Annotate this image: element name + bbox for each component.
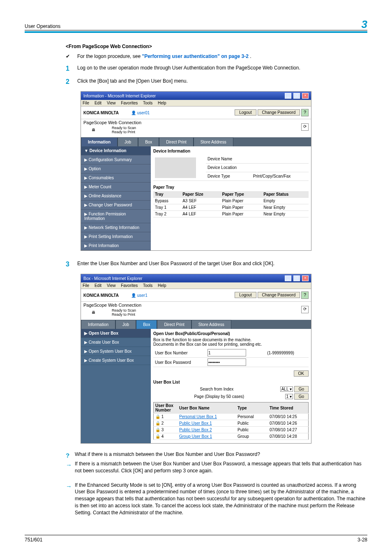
sidebar-config-summary[interactable]: ▶ Configuration Summary [81, 155, 151, 164]
sidebar-label: Consumables [89, 176, 114, 180]
tab-box[interactable]: Box [136, 320, 157, 329]
device-type-value: Print/Copy/Scan/Fax [251, 172, 309, 180]
sidebar-option[interactable]: ▶ Option [81, 164, 151, 173]
tab-direct-print[interactable]: Direct Print [157, 320, 191, 329]
menu-file[interactable]: File [83, 101, 89, 105]
menu-help[interactable]: Help [158, 101, 166, 105]
maximize-icon[interactable]: □ [293, 93, 300, 99]
cell: 07/08/10 14:27 [268, 427, 309, 433]
menu-file[interactable]: File [83, 283, 89, 288]
menu-favorites[interactable]: Favorites [121, 101, 138, 105]
user-box-number-label: User Box Number [153, 348, 206, 358]
user-box-link[interactable]: Public User Box 2 [179, 428, 212, 432]
go-button[interactable]: Go [294, 393, 309, 400]
logout-button[interactable]: Logout [235, 292, 256, 298]
cell: 07/08/10 14:28 [268, 433, 309, 440]
menu-edit[interactable]: Edit [95, 101, 101, 105]
auth-link[interactable]: "Performing user authentication" on page… [142, 53, 248, 59]
refresh-icon[interactable]: ⟳ [301, 306, 309, 313]
table-row: 🔒 2 Public User Box 1 Public 07/08/10 14… [154, 420, 309, 427]
user-box-password-label: User Box Password [153, 358, 206, 367]
check-mark: ✔ [66, 53, 77, 59]
cell: Plain Paper [221, 211, 262, 217]
sidebar-open-system-user-box[interactable]: ▶ Open System User Box [81, 347, 151, 356]
cell: Public [236, 420, 268, 427]
box-num: 1 [161, 414, 164, 419]
ok-button[interactable]: OK [294, 370, 309, 377]
product-name: PageScope Web Connection [83, 120, 141, 125]
browser-menubar: File Edit View Favorites Tools Help [81, 100, 311, 106]
check-text-a: For the logon procedure, see [77, 53, 142, 59]
sidebar-network-setting[interactable]: ▶ Network Setting Information [81, 223, 151, 232]
chapter-number: 3 [362, 18, 367, 31]
change-password-button[interactable]: Change Password [258, 292, 300, 298]
close-icon[interactable]: × [302, 93, 309, 99]
brand-logo: KONICA MINOLTA [83, 293, 119, 298]
user-box-link[interactable]: Group User Box 1 [179, 434, 212, 439]
user-box-link[interactable]: Public User Box 1 [179, 421, 212, 426]
cell: A4 LEF [181, 204, 220, 211]
change-password-button[interactable]: Change Password [258, 109, 300, 116]
minimize-icon[interactable]: _ [285, 93, 291, 99]
cell: Near Empty [262, 204, 309, 211]
tab-store-address[interactable]: Store Address [194, 137, 233, 146]
box-desc-1: Box is the function to save documents in… [153, 338, 309, 342]
table-row: 🔒 4 Group User Box 1 Group 07/08/10 14:2… [154, 433, 309, 440]
th-type: Paper Type [221, 191, 262, 198]
section-paper-tray: Paper Tray [153, 185, 309, 190]
tab-direct-print[interactable]: Direct Print [159, 137, 193, 146]
step-2-text: Click the [Box] tab and the [Open User B… [77, 78, 188, 86]
sidebar-change-user-password[interactable]: ▶ Change User Password [81, 201, 151, 210]
step-1-number: 1 [66, 65, 77, 72]
window-title: Box - Microsoft Internet Explorer [83, 276, 142, 281]
printer-icon: 🖶 [92, 310, 95, 314]
menu-help[interactable]: Help [158, 283, 166, 288]
sidebar-create-user-box[interactable]: ▶ Create User Box [81, 338, 151, 347]
search-index-select[interactable]: ALL ▾ [280, 386, 293, 392]
logout-button[interactable]: Logout [235, 109, 256, 116]
menu-edit[interactable]: Edit [95, 283, 101, 288]
help-icon[interactable]: ? [301, 291, 309, 299]
sidebar-label: Online Assistance [89, 194, 122, 198]
logged-user: 👤 user01 [131, 111, 150, 115]
menu-view[interactable]: View [107, 101, 116, 105]
sidebar-consumables[interactable]: ▶ Consumables [81, 173, 151, 183]
user-box-list-heading: User Box List [153, 380, 309, 384]
user-box-link[interactable]: Personal User Box 1 [179, 414, 217, 419]
th-tray: Tray [153, 191, 181, 198]
menu-view[interactable]: View [107, 283, 116, 288]
go-button[interactable]: Go [294, 386, 309, 392]
help-icon[interactable]: ? [301, 109, 309, 116]
menu-favorites[interactable]: Favorites [121, 283, 138, 288]
tab-store-address[interactable]: Store Address [191, 320, 231, 329]
tab-job[interactable]: Job [115, 320, 136, 329]
sidebar-print-info[interactable]: ▶ Print Information [81, 241, 151, 250]
sidebar-label: Configuration Summary [89, 157, 132, 162]
refresh-icon[interactable]: ⟳ [301, 123, 309, 131]
sidebar-online-assistance[interactable]: ▶ Online Assistance [81, 192, 151, 201]
sidebar-create-system-user-box[interactable]: ▶ Create System User Box [81, 356, 151, 365]
sidebar-meter-count[interactable]: ▶ Meter Count [81, 183, 151, 192]
menu-tools[interactable]: Tools [143, 101, 152, 105]
sidebar-device-info[interactable]: ▼ Device Information [81, 146, 151, 155]
user-box-number-input[interactable] [208, 349, 246, 356]
page-select[interactable]: 1 ▾ [285, 394, 293, 399]
tab-information[interactable]: Information [81, 137, 118, 146]
sidebar-print-setting[interactable]: ▶ Print Setting Information [81, 232, 151, 241]
sidebar-open-user-box[interactable]: ▶ Open User Box [81, 329, 151, 338]
close-icon[interactable]: × [302, 275, 309, 281]
cell: A3 SEF [181, 198, 220, 204]
tab-information[interactable]: Information [81, 320, 115, 329]
maximize-icon[interactable]: □ [293, 275, 300, 281]
tab-job[interactable]: Job [118, 137, 138, 146]
minimize-icon[interactable]: _ [285, 275, 291, 281]
page-section: User Operations [25, 23, 60, 29]
device-name-label: Device Name [206, 155, 251, 163]
tab-box[interactable]: Box [138, 137, 159, 146]
menu-tools[interactable]: Tools [143, 283, 152, 288]
window-controls: _ □ × [284, 275, 309, 281]
open-user-box-heading: Open User Box(Public/Group/Personal) [153, 331, 309, 336]
user-box-number-hint: (1-999999999) [265, 348, 309, 358]
sidebar-function-permission[interactable]: ▶ Function Permission Information [81, 210, 151, 223]
user-box-password-input[interactable] [208, 358, 246, 366]
